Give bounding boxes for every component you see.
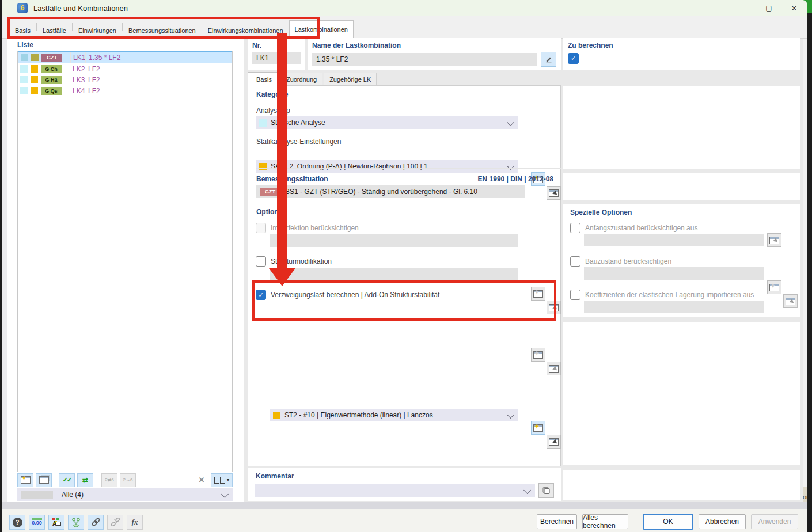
liste-toolbar: ✦ ✓✓ ⇄ 2⇄6 2→6 ✕ ▾ [17, 473, 233, 487]
maximize-button[interactable]: ▢ [758, 2, 780, 14]
verzweigung-select[interactable]: ST2 - #10 | Eigenwertmethode (linear) | … [270, 409, 518, 421]
units-button[interactable]: 0.00 [29, 515, 45, 530]
berechnen-button[interactable]: Berechnen [537, 514, 577, 529]
check-all-button[interactable]: ✓✓ [59, 473, 75, 487]
strukturmod-checkbox[interactable] [256, 256, 266, 267]
new-icon: ✦ [533, 351, 543, 359]
tab-basis[interactable]: Basis [9, 22, 36, 38]
rename-button[interactable] [541, 52, 556, 67]
invert-selection-button[interactable]: ⇄ [77, 473, 93, 487]
edit-anfangszustand-button[interactable] [767, 233, 781, 247]
analysis-swatch [31, 87, 38, 94]
list-item[interactable]: G Qs LK4 LF2 [18, 85, 232, 96]
link-button[interactable] [88, 515, 104, 530]
footer-buttons: Berechnen Alles berechnen OK Abbrechen A… [537, 514, 798, 530]
list-item[interactable]: G Ch LK2 LF2 [18, 63, 232, 74]
tab-einwirkungen[interactable]: Einwirkungen [73, 22, 122, 38]
tab-lastkombinationen[interactable]: Lastkombinationen [289, 20, 354, 38]
statik-select[interactable]: SA2 | 2. Ordnung (P-Δ) | Newton-Raphson … [256, 160, 518, 173]
subtab-zugehoerige-lk[interactable]: Zugehörige LK [324, 73, 377, 86]
anfangszustand-field [584, 234, 764, 246]
tab-einwirkungskombinationen[interactable]: Einwirkungskombinationen [202, 22, 289, 38]
zu-berechnen-checkbox[interactable]: ✓ [568, 53, 579, 64]
list-item-formula: LF2 [85, 63, 232, 74]
copy-item-button[interactable] [36, 473, 52, 487]
analysetyp-select[interactable]: Statische Analyse [256, 116, 518, 129]
strukturmod-field [270, 268, 518, 280]
delete-item-button[interactable]: ✕ [195, 474, 208, 487]
list-item-formula: 1.35 * LF2 [85, 52, 232, 63]
liste-box[interactable]: GZT LK1 1.35 * LF2 G Ch LK2 LF2 G Hä LK3… [17, 51, 233, 472]
model-tree-button[interactable] [68, 515, 84, 530]
anfangszustand-checkbox[interactable] [570, 223, 580, 233]
nr-field[interactable]: LK1 [252, 52, 301, 64]
anwenden-button[interactable]: Anwenden [751, 514, 798, 529]
analysis-settings-swatch [259, 163, 267, 170]
spezielle-panel: Spezielle Optionen Anfangszustand berück… [563, 204, 800, 317]
right-empty-panel-bottom [563, 470, 800, 500]
analysis-type-swatch [259, 119, 267, 127]
koeffizienten-checkbox[interactable] [570, 290, 580, 300]
left-edge-strip [2, 39, 7, 502]
footer-divider [2, 502, 807, 509]
renumber-gaps-button[interactable]: 2→6 [120, 473, 136, 487]
bemessung-field[interactable]: GZT BS1 - GZT (STR/GEO) - Ständig und vo… [256, 185, 525, 198]
title-bar: 6 Lastfälle und Kombinationen – ▢ ✕ [2, 0, 807, 16]
category-swatch [20, 87, 28, 94]
edit-strukturmod-button[interactable] [547, 362, 561, 375]
columns-icon [214, 477, 219, 484]
edit-imperfektion-button[interactable] [547, 301, 561, 314]
unlink-button[interactable] [107, 515, 123, 530]
renumber-button[interactable]: 2⇄6 [101, 473, 117, 487]
liste-filter-select[interactable]: Alle (4) [17, 488, 233, 501]
strukturmod-row: Strukturmodifikation [256, 256, 332, 267]
tab-lastfaelle[interactable]: Lastfälle [37, 22, 72, 38]
display-settings-button[interactable]: A [48, 515, 64, 530]
verzweigung-checkbox[interactable]: ✓ [256, 290, 266, 300]
caret-down-icon: ▾ [227, 477, 229, 482]
new-imperfektion-button[interactable]: ✦ [531, 287, 545, 301]
bemessung-value: BS1 - GZT (STR/GEO) - Ständig und vorübe… [285, 188, 477, 196]
verzweigung-label: Verzweigungslast berechnen | Add-On Stru… [271, 291, 439, 299]
tab-bemessungssituationen[interactable]: Bemessungssituationen [123, 22, 202, 38]
renumber-icon: 2⇄6 [105, 477, 114, 482]
list-item[interactable]: G Hä LK3 LF2 [18, 74, 232, 85]
filter-swatch [21, 491, 53, 499]
maximize-icon: ▢ [765, 4, 772, 12]
help-button[interactable]: ? [9, 515, 25, 530]
zu-berechnen-label: Zu berechnen [568, 41, 800, 50]
edit-icon [549, 438, 559, 446]
chevron-down-icon [507, 119, 514, 126]
display-settings-icon: A [52, 518, 61, 527]
new-stability-button[interactable]: ✦ [531, 421, 545, 435]
statik-label: Statikanalyse-Einstellungen [256, 138, 341, 146]
kommentar-input[interactable] [255, 484, 535, 497]
ok-button[interactable]: OK [643, 514, 693, 530]
stability-swatch [273, 412, 280, 419]
alles-berechnen-button[interactable]: Alles berechnen [582, 514, 628, 529]
units-icon: 0.00 [32, 518, 42, 526]
formula-button[interactable]: fx [127, 515, 143, 530]
category-swatch [20, 76, 28, 83]
bauzustand-checkbox[interactable] [570, 256, 580, 267]
design-situation-badge: G Qs [41, 87, 62, 95]
new-strukturmod-button[interactable]: ✦ [531, 348, 545, 362]
spezielle-header: Spezielle Optionen [570, 208, 632, 216]
columns-icon [220, 477, 225, 484]
columns-button[interactable]: ▾ [211, 473, 233, 487]
list-item-id: LK1 [70, 52, 85, 63]
close-button[interactable]: ✕ [783, 2, 805, 14]
edit-bauzustand-button[interactable] [783, 294, 798, 308]
new-bauzustand-button[interactable]: ✦ [767, 280, 781, 294]
new-item-button[interactable]: ✦ [17, 473, 33, 487]
imperfektion-checkbox[interactable] [256, 223, 266, 233]
minimize-button[interactable]: – [733, 2, 754, 14]
abbrechen-button[interactable]: Abbrechen [699, 514, 746, 529]
subtab-basis[interactable]: Basis [248, 72, 280, 86]
kommentar-copy-button[interactable] [538, 483, 554, 498]
edit-statik-button[interactable] [547, 186, 561, 200]
name-field[interactable]: 1.35 * LF2 [312, 53, 537, 66]
divider [256, 168, 561, 169]
edit-stability-button[interactable] [547, 435, 561, 449]
list-item[interactable]: GZT LK1 1.35 * LF2 [18, 51, 232, 63]
